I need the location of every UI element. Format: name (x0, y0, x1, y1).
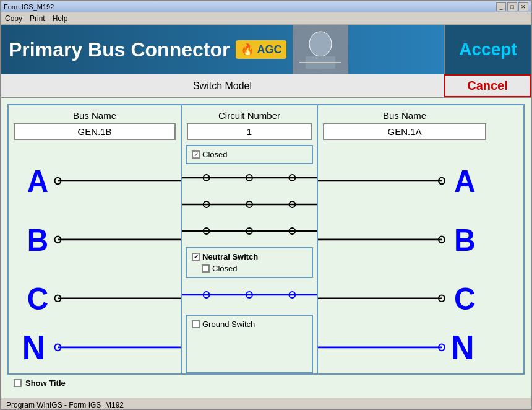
header-title-area: Primary Bus Connector 🔥 AGC (1, 25, 444, 74)
show-title-row: Show Title (7, 375, 525, 391)
header-title: Primary Bus Connector (9, 38, 230, 61)
titlebar: Form IGS_M192 _ □ ✕ (1, 1, 531, 12)
center-abc-svg (182, 164, 317, 245)
neutral-switch-row: Neutral Switch (192, 252, 307, 261)
titlebar-controls[interactable]: _ □ ✕ (496, 2, 528, 11)
agc-label: AGC (257, 43, 281, 56)
close-button[interactable]: ✕ (518, 2, 528, 11)
menu-help[interactable]: Help (53, 14, 68, 23)
right-bus-name-header: Bus Name (318, 105, 491, 123)
agc-logo-icon: 🔥 (241, 43, 254, 56)
show-title-label: Show Title (25, 378, 66, 388)
main-content: Bus Name GEN.1B A (1, 98, 531, 398)
svg-text:A: A (454, 164, 476, 198)
neutral-closed-checkbox[interactable] (202, 264, 210, 273)
header-photo (293, 25, 348, 74)
svg-text:N: N (451, 329, 474, 367)
maximize-button[interactable]: □ (507, 2, 517, 11)
neutral-switch-label: Neutral Switch (202, 252, 258, 261)
menu-copy[interactable]: Copy (5, 14, 22, 23)
svg-text:C: C (454, 281, 476, 316)
svg-text:B: B (454, 222, 476, 257)
svg-point-1 (309, 32, 332, 56)
center-closed-box: Closed (186, 145, 313, 164)
left-bus-name-value: GEN.1B (14, 123, 176, 140)
closed-label: Closed (202, 150, 227, 159)
cancel-button[interactable]: Cancel (444, 74, 531, 97)
svg-text:N: N (22, 328, 45, 366)
header-logo-area: 🔥 AGC (236, 40, 286, 59)
center-circuit-value: 1 (187, 123, 312, 140)
center-circuit-header: Circuit Number (182, 105, 317, 123)
neutral-switch-checkbox[interactable] (192, 253, 200, 261)
right-column: Bus Name GEN.1A A (318, 105, 491, 373)
neutral-closed-label: Closed (212, 264, 237, 273)
svg-text:A: A (27, 164, 48, 199)
svg-text:C: C (27, 281, 48, 316)
menubar: Copy Print Help (1, 12, 531, 25)
right-bus-name-value: GEN.1A (323, 123, 486, 140)
switch-model-row: Switch Model Cancel (1, 74, 531, 98)
ground-switch-row: Ground Switch (192, 320, 307, 329)
switch-model-label: Switch Model (1, 74, 444, 97)
left-column: Bus Name GEN.1B A (9, 105, 182, 373)
svg-text:B: B (27, 222, 48, 257)
neutral-closed-row: Closed (192, 264, 307, 273)
three-column: Bus Name GEN.1B A (7, 104, 525, 375)
center-neutral-svg (182, 278, 317, 312)
closed-checkbox[interactable] (192, 150, 200, 159)
agc-logo: 🔥 AGC (236, 40, 286, 59)
ground-switch-checkbox[interactable] (192, 320, 200, 328)
left-bus-name-header: Bus Name (9, 105, 181, 123)
left-lines-svg: A B C N (9, 145, 181, 373)
titlebar-text: Form IGS_M192 (4, 3, 54, 11)
menu-print[interactable]: Print (30, 14, 45, 23)
status-text: Program WinIGS - Form IGS_M192 (6, 401, 124, 409)
center-neutral-box: Neutral Switch Closed (186, 247, 313, 278)
show-title-checkbox[interactable] (14, 379, 22, 387)
center-column: Circuit Number 1 Closed (182, 105, 318, 373)
accept-button[interactable]: Accept (444, 25, 531, 74)
ground-switch-label: Ground Switch (202, 320, 255, 329)
header: Primary Bus Connector 🔥 AGC Accept (1, 25, 531, 74)
closed-row: Closed (192, 150, 307, 159)
right-lines-svg: A B C N (318, 145, 491, 373)
statusbar: Program WinIGS - Form IGS_M192 (1, 398, 531, 410)
center-ground-box: Ground Switch (186, 315, 313, 373)
minimize-button[interactable]: _ (496, 2, 506, 11)
